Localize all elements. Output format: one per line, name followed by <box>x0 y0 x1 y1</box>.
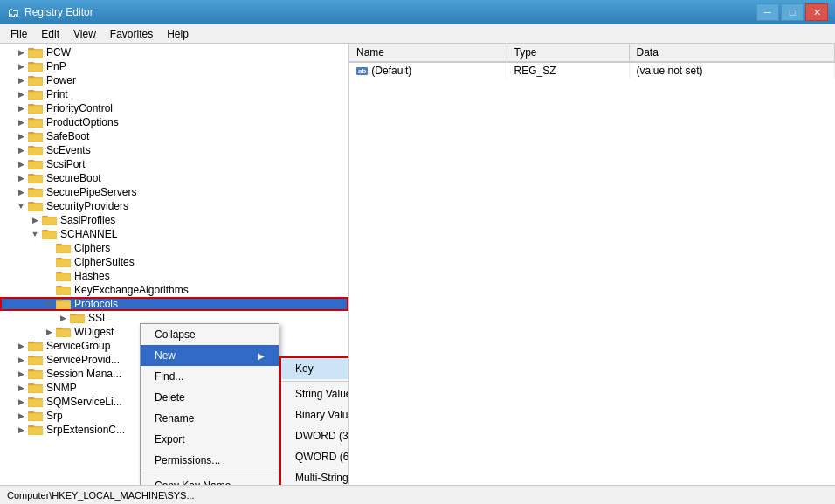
col-name[interactable]: Name <box>349 44 507 62</box>
tree-label: Srp <box>46 410 63 422</box>
svg-rect-19 <box>29 107 42 113</box>
folder-icon <box>28 130 44 142</box>
tree-label: ServiceGroup <box>46 340 110 352</box>
folder-icon <box>28 144 44 156</box>
tree-label: Protocols <box>74 298 118 310</box>
folder-icon <box>28 396 44 408</box>
ctx-rename[interactable]: Rename <box>141 408 279 429</box>
menu-help[interactable]: Help <box>160 26 196 42</box>
minimize-button[interactable]: ─ <box>756 3 779 21</box>
tree-label: Ciphers <box>74 242 110 254</box>
folder-icon <box>28 382 44 394</box>
folder-icon <box>28 410 44 422</box>
maximize-button[interactable]: □ <box>781 3 804 21</box>
svg-rect-23 <box>29 121 42 127</box>
svg-rect-107 <box>29 414 42 420</box>
app-icon: 🗂 <box>7 5 19 19</box>
tree-arrow: ▶ <box>14 48 28 57</box>
tree-label: CipherSuites <box>74 256 135 268</box>
tree-item-pcw[interactable]: ▶ PCW <box>0 45 348 59</box>
new-arrow: ▶ <box>258 351 265 361</box>
svg-rect-43 <box>29 190 42 197</box>
sub-multistring[interactable]: Multi-String Value <box>281 467 349 485</box>
ctx-find[interactable]: Find... <box>141 366 279 387</box>
tree-label: Print <box>46 88 68 100</box>
tree-item-power[interactable]: ▶ Power <box>0 73 348 87</box>
tree-label: WDigest <box>74 326 114 338</box>
tree-label: SafeBoot <box>46 130 89 142</box>
tree-item-scsiport[interactable]: ▶ ScsiPort <box>0 157 348 171</box>
folder-icon <box>28 186 44 198</box>
tree-label: PCW <box>46 46 71 59</box>
tree-item-keyexchangealgorithms[interactable]: KeyExchangeAlgorithms <box>0 283 348 297</box>
svg-rect-39 <box>29 176 42 183</box>
tree-arrow: ▶ <box>14 132 28 141</box>
menu-view[interactable]: View <box>66 26 103 42</box>
folder-icon <box>42 228 58 240</box>
sub-key[interactable]: Key <box>281 358 349 379</box>
ctx-export[interactable]: Export <box>141 429 279 450</box>
svg-rect-63 <box>57 260 70 266</box>
svg-rect-31 <box>29 148 42 155</box>
tree-label: SecurePipeServers <box>46 186 136 198</box>
sub-binary-value[interactable]: Binary Value <box>281 404 349 425</box>
tree-label: KeyExchangeAlgorithms <box>74 284 189 296</box>
tree-arrow: ▶ <box>14 118 28 127</box>
title-bar: 🗂 Registry Editor ─ □ ✕ <box>0 0 835 24</box>
svg-rect-27 <box>29 135 42 141</box>
svg-rect-35 <box>29 162 42 169</box>
menu-edit[interactable]: Edit <box>34 26 66 42</box>
ctx-copykeyname[interactable]: Copy Key Name <box>141 475 279 485</box>
svg-rect-75 <box>57 302 70 308</box>
table-row[interactable]: ab (Default) REG_SZ (value not set) <box>349 62 835 79</box>
reg-type: REG_SZ <box>507 62 629 79</box>
tree-item-saslprofiles[interactable]: ▶ SaslProfiles <box>0 213 348 227</box>
tree-label: ScEvents <box>46 144 91 156</box>
tree-item-pnp[interactable]: ▶ PnP <box>0 59 348 73</box>
sub-string-value[interactable]: String Value <box>281 383 349 404</box>
svg-rect-91 <box>29 358 42 364</box>
tree-label: ProductOptions <box>46 116 119 128</box>
folder-icon <box>28 60 44 72</box>
tree-item-schannel[interactable]: ▼ SCHANNEL <box>0 227 348 241</box>
folder-icon <box>56 242 72 254</box>
tree-label: SQMServiceLi... <box>46 396 122 408</box>
ctx-separator <box>141 473 279 473</box>
tree-item-scevents[interactable]: ▶ ScEvents <box>0 143 348 157</box>
tree-arrow: ▶ <box>28 216 42 224</box>
ctx-delete[interactable]: Delete <box>141 387 279 408</box>
sub-dword[interactable]: DWORD (32-bit) Value <box>281 425 349 446</box>
tree-item-securityproviders[interactable]: ▼ SecurityProviders <box>0 199 348 213</box>
folder-icon <box>28 46 44 59</box>
tree-label: Power <box>46 74 76 86</box>
sub-qword[interactable]: QWORD (64-bit) Value <box>281 446 349 467</box>
folder-icon <box>56 284 72 296</box>
ctx-new[interactable]: New ▶ <box>141 345 279 366</box>
ctx-collapse[interactable]: Collapse <box>141 324 279 345</box>
col-data[interactable]: Data <box>629 44 835 62</box>
tree-arrow: ▶ <box>56 314 70 322</box>
tree-label: SNMP <box>46 382 77 394</box>
folder-icon <box>56 270 72 282</box>
tree-arrow: ▶ <box>14 356 28 364</box>
close-button[interactable]: ✕ <box>805 3 828 21</box>
tree-item-secureboot[interactable]: ▶ SecureBoot <box>0 171 348 185</box>
menu-file[interactable]: File <box>3 26 34 42</box>
tree-item-ciphersuites[interactable]: CipherSuites <box>0 255 348 269</box>
tree-pane: ▶ PCW▶ PnP▶ Power▶ Print▶ PriorityContro… <box>0 44 349 485</box>
tree-label: ServiceProvid... <box>46 354 120 366</box>
tree-item-protocols[interactable]: ▼ Protocols <box>0 297 348 311</box>
tree-item-prioritycontrol[interactable]: ▶ PriorityControl <box>0 101 348 115</box>
tree-item-ciphers[interactable]: Ciphers <box>0 241 348 255</box>
tree-item-productoptions[interactable]: ▶ ProductOptions <box>0 115 348 129</box>
tree-item-hashes[interactable]: Hashes <box>0 269 348 283</box>
tree-item-safeboot[interactable]: ▶ SafeBoot <box>0 129 348 143</box>
tree-item-securepipeservers[interactable]: ▶ SecurePipeServers <box>0 185 348 199</box>
ctx-permissions[interactable]: Permissions... <box>141 450 279 471</box>
col-type[interactable]: Type <box>507 44 629 62</box>
tree-label: ScsiPort <box>46 158 86 170</box>
tree-item-print[interactable]: ▶ Print <box>0 87 348 101</box>
title-bar-title: Registry Editor <box>24 6 93 18</box>
svg-rect-67 <box>57 274 70 280</box>
menu-favorites[interactable]: Favorites <box>103 26 160 42</box>
